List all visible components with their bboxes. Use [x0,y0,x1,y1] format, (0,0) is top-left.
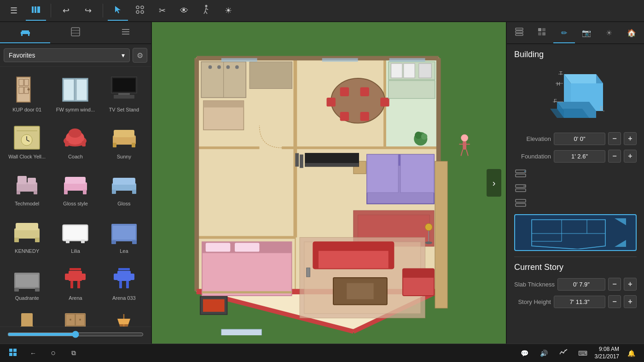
furniture-item-kennedy[interactable]: KENNEDY [4,212,50,257]
svg-rect-149 [404,64,415,78]
back-icon: ← [30,350,36,357]
foundation-value[interactable]: 1' 2.6" [554,150,605,163]
slab-thickness-label: Slab Thickness [514,281,555,288]
story-settings-icon[interactable] [514,197,527,210]
furniture-item-techmodel[interactable]: Techmodel [4,164,50,210]
furniture-item-gloss-style[interactable]: Gloss style [52,164,99,210]
menu-button[interactable]: ☰ [4,0,24,21]
svg-rect-46 [65,141,69,146]
furniture-label-kennedy: KENNEDY [15,248,39,254]
search-circle-icon: ○ [51,348,56,358]
furniture-thumb-chair [9,309,46,327]
elevation-increase-button[interactable]: + [624,132,637,145]
tab-materials-right[interactable] [531,22,553,43]
furniture-item-fw-symm[interactable]: FW symm wind... [52,70,99,116]
furniture-label-lilia: Lilia [71,248,80,254]
lighting-button[interactable]: ☀ [218,0,238,21]
size-slider-input[interactable] [7,331,144,338]
story-height-value[interactable]: 7' 11.3" [554,296,605,308]
furniture-thumb-tv-stand [105,73,142,105]
redo-button[interactable]: ↪ [78,0,98,21]
furniture-item-gloss[interactable]: Gloss [101,164,147,210]
svg-rect-80 [35,288,40,292]
furniture-item-lamp[interactable]: Lamp [101,306,147,327]
furniture-item-quadrante[interactable]: Quadrante [4,259,50,304]
keyboard-button[interactable]: ⌨ [575,346,590,361]
library-button[interactable] [26,0,46,21]
svg-line-9 [205,7,206,11]
group-button[interactable] [130,0,150,21]
furniture-thumb-arena033 [105,262,142,294]
floor-thumb-svg [522,216,628,249]
furniture-item-chair[interactable]: Chair [4,306,50,327]
start-button[interactable] [6,346,20,361]
svg-rect-172 [313,242,394,251]
elevation-decrease-button[interactable]: − [608,132,621,145]
furniture-item-tv-stand[interactable]: TV Set Stand [101,70,147,116]
svg-rect-219 [516,189,526,192]
notification-button[interactable]: 🔔 [624,346,638,361]
back-button[interactable]: ← [26,346,41,361]
furniture-label-techmodel: Techmodel [15,201,39,207]
tab-layers[interactable] [509,22,530,43]
story-height-decrease-button[interactable]: − [608,295,621,308]
elevation-row: Elevation 0' 0" − + [514,132,637,145]
slab-thickness-decrease-button[interactable]: − [608,278,621,291]
slab-thickness-value[interactable]: 0' 7.9" [557,278,605,291]
select-button[interactable] [108,0,128,21]
furniture-item-kup-door[interactable]: KUP door 01 [4,70,50,116]
tab-camera[interactable]: 📷 [576,22,598,43]
tab-edit[interactable]: ✏ [553,22,575,43]
furniture-item-wall-clock[interactable]: Wall Clock Yell... [4,117,50,163]
network-button[interactable] [556,346,571,361]
library-icon [31,5,41,17]
furniture-item-coach[interactable]: Coach [52,117,99,163]
foundation-decrease-button[interactable]: − [608,150,621,163]
story-height-increase-button[interactable]: + [624,295,637,308]
list-tab-icon [121,28,130,38]
view-button[interactable]: 👁 [174,0,194,21]
svg-rect-51 [132,143,135,147]
slab-thickness-increase-button[interactable]: + [624,278,637,291]
undo-button[interactable]: ↩ [56,0,76,21]
svg-rect-164 [435,161,447,308]
tab-home[interactable]: 🏠 [621,22,642,43]
multitask-button[interactable]: ⧉ [66,346,81,361]
svg-rect-201 [538,32,541,35]
svg-point-188 [425,241,433,244]
furniture-item-cabinet[interactable]: Cabinet [52,306,99,327]
favorites-dropdown[interactable]: Favorites ▾ [4,48,130,62]
chat-button[interactable]: 💬 [517,346,532,361]
svg-rect-15 [21,34,23,36]
center-canvas[interactable]: › [152,22,506,344]
favorites-label: Favorites [9,52,35,59]
tab-furniture[interactable] [0,22,50,43]
walk-button[interactable] [196,0,216,21]
story-remove-icon[interactable] [514,182,527,195]
scissors-button[interactable]: ✂ [152,0,172,21]
svg-rect-66 [16,223,38,230]
tab-list[interactable] [101,22,151,43]
tab-materials[interactable] [50,22,100,43]
left-tabs [0,22,151,44]
svg-line-10 [204,11,205,14]
svg-rect-162 [400,154,434,193]
foundation-increase-button[interactable]: + [624,150,637,163]
furniture-label-kup-door: KUP door 01 [12,107,41,113]
furniture-item-arena[interactable]: Arena [52,259,99,304]
search-button[interactable]: ○ [46,346,61,361]
svg-rect-67 [14,238,19,242]
furniture-item-lilia[interactable]: Lilia [52,212,99,257]
furniture-item-lea[interactable]: Lea [101,212,147,257]
furniture-item-arena033[interactable]: Arena 033 [101,259,147,304]
elevation-value[interactable]: 0' 0" [554,133,605,145]
furniture-item-sunny[interactable]: Sunny [101,117,147,163]
canvas-expand-button[interactable]: › [487,169,501,197]
story-add-icon[interactable] [514,167,527,180]
favorites-settings-button[interactable]: ⚙ [133,48,147,63]
tab-lighting-right[interactable]: ☀ [598,22,620,43]
floor-plan-thumbnail[interactable] [514,214,637,251]
volume-button[interactable]: 🔊 [537,346,551,361]
svg-rect-70 [64,226,87,239]
svg-marker-109 [117,319,130,324]
